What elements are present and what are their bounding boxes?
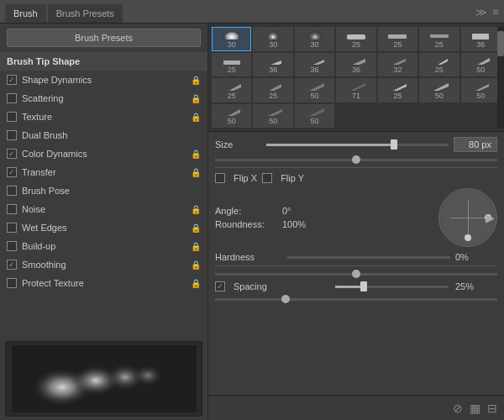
brush-preview-area [5, 341, 202, 417]
protect-texture-lock: 🔒 [191, 279, 201, 288]
scattering-checkbox[interactable] [7, 93, 17, 103]
bottom-icon-2[interactable]: ▦ [470, 402, 480, 415]
brush-presets-button[interactable]: Brush Presets [7, 29, 201, 47]
angle-dial[interactable]: ▶ [438, 188, 497, 247]
spacing-checkbox[interactable] [215, 281, 225, 291]
brush-cell-3[interactable]: 30 [295, 27, 334, 51]
size-slider-fill [266, 144, 394, 146]
brush-cell-19[interactable]: 25 [378, 78, 417, 102]
brush-num-17: 50 [311, 92, 319, 100]
brush-pose-item[interactable]: Brush Pose [0, 181, 207, 200]
flip-y-label[interactable]: Flip Y [262, 173, 304, 183]
brush-tip-shape-item[interactable]: Brush Tip Shape [0, 52, 207, 71]
dial-arrow-icon: ▶ [486, 211, 495, 224]
brush-num-1: 30 [228, 40, 236, 49]
brush-shape-angled-1 [263, 55, 283, 66]
brush-cell-10[interactable]: 36 [295, 53, 334, 77]
smoothing-checkbox[interactable] [7, 260, 17, 270]
svg-rect-9 [388, 34, 407, 39]
brush-pose-checkbox[interactable] [7, 186, 17, 196]
scattering-item[interactable]: Scattering 🔒 [0, 89, 207, 108]
brush-cell-14[interactable]: 50 [461, 53, 501, 77]
size-slider[interactable] [266, 144, 449, 146]
brush-shape-r3-2 [470, 55, 491, 66]
brush-cell-11[interactable]: 36 [336, 53, 375, 77]
brush-cell-12[interactable]: 32 [378, 53, 417, 77]
smoothing-item[interactable]: Smoothing 🔒 [0, 255, 207, 274]
svg-point-6 [265, 30, 281, 39]
size-adjust-slider[interactable] [215, 159, 497, 161]
wet-edges-label: Wet Edges [22, 223, 67, 233]
wet-edges-checkbox[interactable] [7, 223, 17, 233]
brush-num-19: 25 [393, 92, 402, 100]
expand-icon[interactable]: ≫ [475, 6, 487, 18]
color-dynamics-item[interactable]: Color Dynamics 🔒 [0, 144, 207, 163]
scrollbar-thumb [497, 31, 504, 56]
texture-checkbox[interactable] [7, 112, 17, 122]
spacing-adjust-slider[interactable] [215, 273, 497, 276]
tab-brush-presets[interactable]: Brush Presets [48, 4, 123, 23]
spacing-slider[interactable] [335, 286, 449, 288]
bottom-icon-3[interactable]: ⊟ [487, 402, 497, 415]
spacing-sub-slider-track[interactable] [215, 298, 497, 301]
angle-section: Angle: 0° Roundness: 100% [215, 188, 497, 247]
spacing-slider-fill [335, 286, 364, 288]
tab-brush[interactable]: Brush [5, 4, 46, 23]
brush-cell-13[interactable]: 25 [419, 53, 459, 77]
brush-cell-7[interactable]: 36 [461, 27, 501, 51]
color-dynamics-checkbox[interactable] [7, 149, 17, 159]
brush-cell-6[interactable]: 25 [419, 27, 459, 51]
color-dynamics-label: Color Dynamics [22, 149, 87, 159]
brush-cell-15[interactable]: 25 [212, 78, 251, 102]
transfer-checkbox[interactable] [7, 167, 17, 177]
noise-checkbox[interactable] [7, 204, 17, 214]
menu-icon[interactable]: ≡ [492, 6, 499, 18]
spacing-checkbox-label[interactable]: Spacing [215, 281, 328, 291]
brush-cell-8[interactable]: 25 [212, 53, 251, 77]
brush-num-3: 30 [311, 40, 319, 49]
main-content: Brush Presets Brush Tip Shape Shape Dyna… [0, 24, 504, 420]
brush-cell-18[interactable]: 71 [336, 78, 375, 102]
svg-point-7 [307, 30, 323, 39]
top-tabs: Brush Brush Presets ≫ ≡ [0, 0, 504, 24]
brush-cell-4[interactable]: 25 [336, 27, 375, 51]
brush-cell-23[interactable]: 50 [253, 104, 292, 129]
noise-label: Noise [22, 204, 45, 214]
flip-y-checkbox[interactable] [262, 173, 272, 183]
size-label: Size [215, 139, 261, 150]
hardness-slider[interactable] [287, 256, 450, 259]
brush-cell-17[interactable]: 50 [295, 78, 334, 102]
build-up-item[interactable]: Build-up 🔒 [0, 237, 207, 255]
wet-edges-item[interactable]: Wet Edges 🔒 [0, 218, 207, 237]
brush-cell-24[interactable]: 50 [295, 104, 334, 129]
build-up-checkbox[interactable] [7, 241, 17, 251]
brush-cell-22[interactable]: 50 [212, 104, 251, 129]
flip-x-label[interactable]: Flip X [215, 173, 257, 183]
brush-cell-21[interactable]: 50 [461, 78, 501, 102]
shape-dynamics-checkbox[interactable] [7, 75, 17, 85]
noise-item[interactable]: Noise 🔒 [0, 200, 207, 218]
brush-cell-2[interactable]: 30 [253, 27, 292, 51]
shape-dynamics-item[interactable]: Shape Dynamics 🔒 [0, 71, 207, 89]
brush-cell-20[interactable]: 50 [419, 78, 459, 102]
svg-marker-18 [471, 58, 490, 66]
protect-texture-checkbox[interactable] [7, 278, 17, 288]
dual-brush-item[interactable]: Dual Brush [0, 126, 207, 144]
brush-cell-1[interactable]: 30 [212, 27, 251, 51]
brush-cell-16[interactable]: 25 [253, 78, 292, 102]
brush-cell-9[interactable]: 36 [253, 53, 292, 77]
transfer-item[interactable]: Transfer 🔒 [0, 163, 207, 181]
texture-item[interactable]: Texture 🔒 [0, 108, 207, 126]
brush-grid-scrollbar[interactable] [497, 27, 504, 128]
flip-x-checkbox[interactable] [215, 173, 225, 183]
svg-marker-26 [223, 109, 240, 117]
brush-shape-r2-2 [222, 55, 242, 66]
brush-num-2: 30 [269, 40, 277, 49]
size-value[interactable]: 80 px [454, 137, 497, 152]
brush-cell-5[interactable]: 25 [378, 27, 417, 51]
size-adjust-slider-row [215, 155, 497, 164]
svg-marker-15 [347, 59, 365, 66]
dual-brush-checkbox[interactable] [7, 130, 17, 140]
bottom-icon-1[interactable]: ⊘ [453, 402, 463, 415]
protect-texture-item[interactable]: Protect Texture 🔒 [0, 274, 207, 292]
